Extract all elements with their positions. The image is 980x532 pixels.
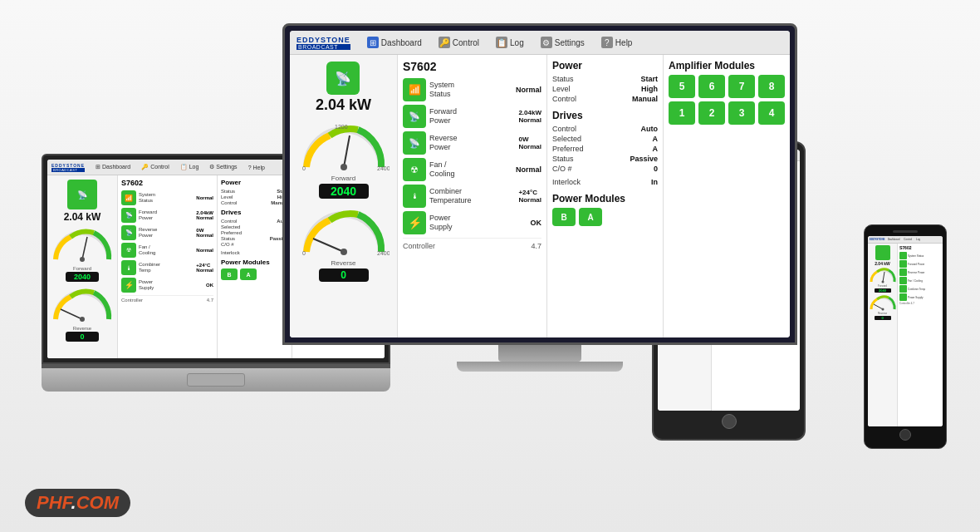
log-icon: 📋 — [496, 37, 507, 48]
rev-signal-icon: 📡 — [409, 138, 420, 149]
drives-section-title: Drives — [552, 110, 658, 121]
monitor-stand — [498, 345, 581, 362]
phone-nav-dashboard[interactable]: Dashboard — [886, 237, 902, 242]
svg-line-5 — [313, 239, 344, 252]
svg-text:2400: 2400 — [377, 165, 390, 171]
nav-help[interactable]: ? Help — [595, 34, 639, 51]
reverse-gauge-svg: 0 2400 — [298, 204, 390, 258]
phone-s7602-title: S7602 — [899, 245, 941, 250]
phone-nav-log[interactable]: Log — [914, 237, 922, 242]
power-supply-row: ⚡ PowerSupply OK — [403, 211, 541, 234]
laptop-nav-control[interactable]: 🔑 Control — [137, 162, 174, 172]
svg-text:0: 0 — [302, 165, 306, 171]
laptop-power-title: Power — [221, 179, 288, 186]
laptop-power-panel: Power StatusStart LevelHigh ControlManua… — [218, 175, 292, 358]
laptop-combiner-temp: 🌡 CombinerTemp +24°CNormal — [121, 260, 213, 275]
power-control-row: Control Manual — [552, 95, 658, 103]
power-icon: 📡 — [326, 62, 360, 95]
monitor-logo: EDDYSTONE BROADCAST — [296, 36, 350, 50]
phone-speaker — [893, 230, 918, 233]
broadcast-icon: 📶 — [409, 84, 421, 96]
svg-line-19 — [874, 304, 883, 309]
reverse-value: 0 — [319, 268, 369, 282]
phone-fwd-icon — [899, 260, 907, 268]
power-section-title: Power — [552, 60, 658, 71]
laptop-system-status: 📶 SystemStatus Normal — [121, 190, 213, 205]
laptop-signal-icon: 📡 — [77, 190, 87, 200]
nav-log[interactable]: 📋 Log — [489, 34, 531, 51]
monitor-base — [457, 362, 623, 372]
phone-combiner-temp: Combiner Temp — [899, 285, 941, 293]
laptop-forward-label: Forward — [73, 266, 91, 271]
phone-power-icon — [875, 245, 890, 260]
laptop-gauge-area: 📡 2.04 kW Forward — [47, 175, 118, 358]
laptop-modules-title: Power Modules — [221, 259, 288, 266]
forward-power-icon: 📡 — [403, 105, 426, 128]
power-drives-panel: Power Status Start Level High Control Ma… — [547, 55, 664, 337]
amp-btn-8[interactable]: 8 — [758, 75, 785, 98]
svg-text:2400: 2400 — [377, 250, 390, 256]
radiation-icon: ☢ — [410, 165, 419, 175]
laptop-touchpad[interactable] — [187, 373, 245, 387]
controller-row: Controller 4.7 — [403, 238, 541, 250]
amp-btn-1[interactable]: 1 — [669, 101, 695, 125]
fan-cooling-icon: ☢ — [403, 158, 426, 181]
laptop-nav-dashboard[interactable]: ⊞ Dashboard — [91, 162, 135, 172]
svg-line-11 — [61, 309, 82, 319]
bolt-icon: ⚡ — [408, 216, 422, 229]
phone-home-button[interactable] — [899, 429, 911, 441]
amp-btn-4[interactable]: 4 — [758, 101, 785, 125]
drives-preferred-row: Preferred A — [552, 145, 658, 153]
nav-control[interactable]: 🔑 Control — [432, 34, 486, 51]
amp-modules-title: Amplifier Modules — [669, 60, 785, 71]
watermark-phf: PHF — [37, 492, 71, 513]
monitor-device: EDDYSTONE BROADCAST ⊞ Dashboard 🔑 Contro… — [282, 23, 797, 372]
module-b-button[interactable]: B — [552, 208, 576, 226]
phone-power-supply: Power Supply — [899, 293, 941, 301]
system-status-icon: 📶 — [403, 78, 426, 101]
phone-reverse-value: 0 — [875, 316, 891, 320]
amp-btn-5[interactable]: 5 — [669, 75, 695, 98]
forward-power-row: 📡 ForwardPower 2.04kWNormal — [403, 105, 541, 128]
amp-bottom-row: 1 2 3 4 — [669, 101, 785, 125]
reverse-gauge: 0 2400 — [298, 204, 390, 258]
phone-main: 2.04 kW Forward 2040 — [868, 244, 943, 426]
power-display: 📡 2.04 kW — [316, 62, 371, 114]
laptop-module-b[interactable]: B — [221, 268, 238, 280]
laptop-drives-title: Drives — [221, 209, 288, 216]
phone-sys-status: System Status — [899, 252, 941, 259]
phone-device: EDDYSTONE Dashboard Control Log 2.04 kW — [864, 224, 947, 449]
laptop-nav-help[interactable]: ? Help — [244, 163, 269, 172]
nav-dashboard[interactable]: ⊞ Dashboard — [360, 34, 429, 51]
amp-btn-7[interactable]: 7 — [728, 75, 755, 98]
phone-nav-control[interactable]: Control — [902, 237, 914, 242]
svg-point-18 — [882, 281, 884, 283]
svg-point-12 — [80, 317, 85, 322]
phone-rev-icon — [899, 268, 907, 276]
amp-btn-6[interactable]: 6 — [698, 75, 725, 98]
power-status-row: Status Start — [552, 75, 658, 83]
laptop-sys-icon: 📶 — [121, 190, 136, 205]
laptop-module-a[interactable]: A — [240, 268, 257, 280]
watermark-com: COM — [76, 492, 119, 513]
gauge-area: 📡 2.04 kW — [290, 55, 398, 337]
phone-gauge-area: 2.04 kW Forward 2040 — [868, 244, 898, 426]
svg-line-0 — [344, 135, 350, 167]
watermark-text: PHF.COM — [37, 492, 119, 513]
module-a-button[interactable]: A — [579, 208, 602, 226]
phone-rev-power: Reverse Power — [899, 268, 941, 276]
amp-btn-2[interactable]: 2 — [698, 101, 725, 125]
laptop-keyboard — [42, 368, 390, 392]
phone-s7602: S7602 System Status Forward Power Revers… — [898, 244, 943, 426]
svg-line-9 — [82, 237, 87, 259]
laptop-nav-settings[interactable]: ⚙ Settings — [205, 162, 241, 172]
phone-body: EDDYSTONE Dashboard Control Log 2.04 kW — [864, 224, 947, 449]
phone-sys-icon — [899, 252, 907, 259]
laptop-nav-log[interactable]: 📋 Log — [176, 162, 203, 172]
tablet-home-button[interactable] — [722, 414, 737, 429]
laptop-module-btns: B A — [221, 268, 288, 280]
nav-settings[interactable]: ⚙ Settings — [534, 34, 591, 51]
amp-btn-3[interactable]: 3 — [728, 101, 755, 125]
laptop-fan-icon: ☢ — [121, 243, 136, 258]
reverse-power-row: 📡 ReversePower 0WNormal — [403, 131, 541, 155]
